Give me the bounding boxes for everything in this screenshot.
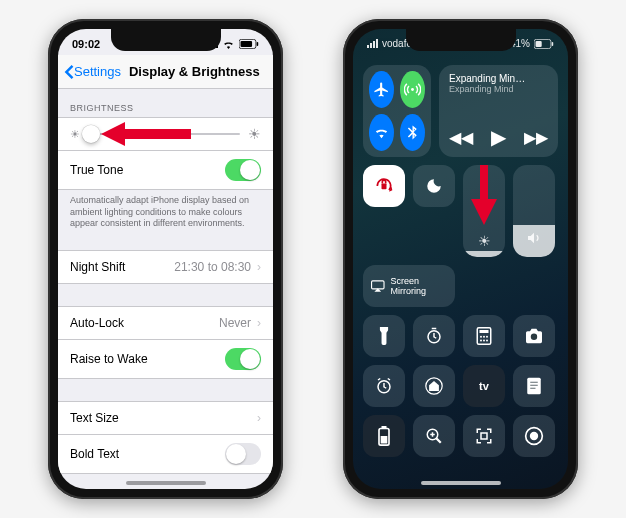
- volume-slider[interactable]: [513, 165, 555, 257]
- notes-button[interactable]: [513, 365, 555, 407]
- svg-rect-4: [536, 40, 542, 46]
- flashlight-button[interactable]: [363, 315, 405, 357]
- svg-rect-26: [382, 426, 387, 429]
- media-play-button[interactable]: ▶: [491, 125, 506, 149]
- volume-icon: [526, 230, 542, 249]
- annotation-arrow-down: [471, 165, 497, 225]
- text-size-row[interactable]: Text Size ›: [58, 401, 273, 434]
- night-shift-row[interactable]: Night Shift 21:30 to 08:30›: [58, 250, 273, 283]
- status-time: 09:02: [72, 38, 100, 50]
- night-shift-value: 21:30 to 08:30: [174, 260, 251, 274]
- svg-point-16: [483, 340, 485, 342]
- raise-to-wake-toggle[interactable]: [225, 348, 261, 370]
- svg-point-12: [480, 336, 482, 338]
- iphone-frame-left: 09:02 Settings Display & Brightness BRIG…: [48, 19, 283, 499]
- cellular-data-button[interactable]: [400, 71, 425, 108]
- brightness-fill: [463, 251, 505, 257]
- timer-button[interactable]: [413, 315, 455, 357]
- do-not-disturb-button[interactable]: [413, 165, 455, 207]
- wifi-button[interactable]: [369, 114, 394, 151]
- chevron-right-icon: ›: [257, 260, 261, 274]
- qr-scanner-button[interactable]: [463, 415, 505, 457]
- battery-icon: [534, 39, 554, 49]
- svg-point-14: [486, 336, 488, 338]
- media-title: Expanding Min…: [449, 73, 548, 84]
- true-tone-label: True Tone: [70, 163, 123, 177]
- bold-text-toggle[interactable]: [225, 443, 261, 465]
- screen-mirroring-button[interactable]: Screen Mirroring: [363, 265, 455, 307]
- svg-point-13: [483, 336, 485, 338]
- svg-rect-7: [382, 184, 387, 190]
- svg-point-18: [531, 334, 537, 340]
- bold-text-label: Bold Text: [70, 447, 119, 461]
- calculator-button[interactable]: [463, 315, 505, 357]
- back-label: Settings: [74, 64, 121, 79]
- iphone-frame-right: vodafone UK 41% Expanding Min…: [343, 19, 578, 499]
- low-power-mode-button[interactable]: [363, 415, 405, 457]
- brightness-slider[interactable]: [88, 133, 240, 135]
- true-tone-row: True Tone: [58, 150, 273, 189]
- connectivity-tile[interactable]: [363, 65, 431, 157]
- control-center: Expanding Min… Expanding Mind ◀◀ ▶ ▶▶: [353, 55, 568, 475]
- notch: [406, 29, 516, 51]
- nav-bar: Settings Display & Brightness: [58, 55, 273, 89]
- apple-tv-remote-button[interactable]: tv: [463, 365, 505, 407]
- svg-rect-5: [552, 42, 554, 46]
- svg-point-15: [480, 340, 482, 342]
- true-tone-toggle[interactable]: [225, 159, 261, 181]
- svg-rect-2: [257, 42, 259, 46]
- screen-recording-button[interactable]: [513, 415, 555, 457]
- home-indicator[interactable]: [421, 481, 501, 485]
- media-next-button[interactable]: ▶▶: [524, 128, 548, 147]
- svg-rect-8: [372, 281, 384, 289]
- sun-min-icon: ☀: [70, 128, 80, 141]
- cellular-signal-icon: [367, 39, 378, 48]
- home-indicator[interactable]: [126, 481, 206, 485]
- svg-rect-21: [527, 378, 541, 395]
- text-size-label: Text Size: [70, 411, 119, 425]
- svg-rect-31: [481, 433, 487, 439]
- raise-to-wake-row: Raise to Wake: [58, 339, 273, 378]
- back-button[interactable]: Settings: [64, 64, 121, 79]
- chevron-left-icon: [64, 65, 74, 79]
- auto-lock-value: Never: [219, 316, 251, 330]
- night-shift-label: Night Shift: [70, 260, 125, 274]
- home-button[interactable]: [413, 365, 455, 407]
- media-tile[interactable]: Expanding Min… Expanding Mind ◀◀ ▶ ▶▶: [439, 65, 558, 157]
- section-header-brightness: BRIGHTNESS: [58, 89, 273, 117]
- page-title: Display & Brightness: [129, 64, 260, 79]
- sun-max-icon: ☀: [248, 126, 261, 142]
- svg-rect-1: [241, 40, 253, 46]
- auto-lock-row[interactable]: Auto-Lock Never›: [58, 306, 273, 339]
- airplane-mode-button[interactable]: [369, 71, 394, 108]
- media-prev-button[interactable]: ◀◀: [449, 128, 473, 147]
- screen-mirroring-icon: [371, 279, 385, 293]
- magnifier-button[interactable]: [413, 415, 455, 457]
- svg-point-6: [411, 88, 414, 91]
- brightness-slider[interactable]: ☀: [463, 165, 505, 257]
- brightness-thumb[interactable]: [82, 125, 100, 143]
- wifi-icon: [222, 39, 235, 49]
- auto-lock-label: Auto-Lock: [70, 316, 124, 330]
- alarm-button[interactable]: [363, 365, 405, 407]
- notch: [111, 29, 221, 51]
- svg-rect-11: [480, 330, 489, 333]
- brightness-slider-cell[interactable]: ☀ ☀: [58, 117, 273, 150]
- svg-point-33: [530, 432, 538, 440]
- chevron-right-icon: ›: [257, 411, 261, 425]
- raise-to-wake-label: Raise to Wake: [70, 352, 148, 366]
- sun-icon: ☀: [478, 233, 491, 249]
- svg-rect-27: [381, 436, 388, 444]
- true-tone-desc: Automatically adapt iPhone display based…: [58, 190, 273, 240]
- battery-icon: [239, 39, 259, 49]
- chevron-right-icon: ›: [257, 316, 261, 330]
- svg-point-17: [486, 340, 488, 342]
- bold-text-row: Bold Text: [58, 434, 273, 473]
- camera-button[interactable]: [513, 315, 555, 357]
- orientation-lock-button[interactable]: [363, 165, 405, 207]
- screen-mirroring-label: Screen Mirroring: [391, 276, 447, 296]
- media-subtitle: Expanding Mind: [449, 84, 548, 94]
- bluetooth-button[interactable]: [400, 114, 425, 151]
